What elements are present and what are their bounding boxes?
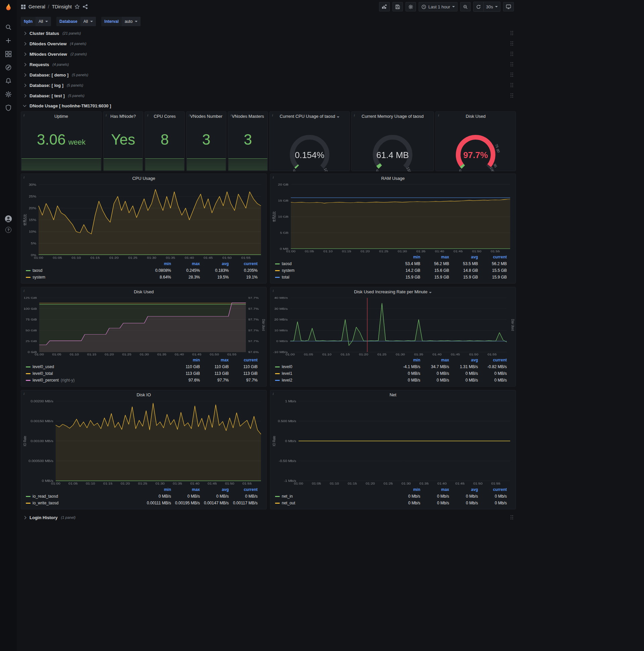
legend-column-max[interactable]: max	[420, 358, 449, 363]
net-chart[interactable]	[272, 399, 514, 486]
legend-series-label[interactable]: system	[26, 275, 142, 280]
refresh-interval-dropdown[interactable]: 30s	[483, 2, 500, 11]
panel-info-icon[interactable]: i	[189, 113, 190, 117]
row-drag-handle[interactable]	[510, 62, 514, 67]
legend-series-label[interactable]: level0_percent (right-y)	[26, 378, 171, 382]
save-dashboard-button[interactable]	[392, 2, 403, 11]
legend-column-current[interactable]: current	[229, 487, 258, 492]
legend-column-avg[interactable]: avg	[449, 358, 478, 363]
cycle-view-button[interactable]	[503, 2, 514, 11]
panel-info-icon[interactable]: i	[24, 392, 25, 396]
grafana-logo[interactable]	[0, 0, 17, 15]
panel-info-icon[interactable]: i	[230, 113, 231, 117]
legend-series-label[interactable]: level1	[275, 371, 391, 376]
panel-title[interactable]: Disk IO	[21, 390, 266, 399]
legend-column-min[interactable]: min	[391, 487, 420, 492]
zoom-out-button[interactable]	[460, 2, 471, 11]
help-button[interactable]: ?	[0, 227, 17, 233]
panel-title[interactable]: Uptime	[21, 112, 101, 121]
panel-info-icon[interactable]: i	[24, 288, 25, 292]
legend-column-max[interactable]: max	[200, 358, 229, 363]
legend-column-avg[interactable]: avg	[449, 255, 478, 259]
dashboard-row-collapsed[interactable]: Database: [ test ] (5 panels)	[21, 91, 517, 100]
disk-rate-chart[interactable]	[272, 296, 514, 357]
legend-series-label[interactable]: io_write_taosd	[26, 501, 142, 505]
dashboards-icon[interactable]	[2, 50, 14, 58]
dashboard-row-collapsed[interactable]: MNodes Overview (2 panels)	[21, 49, 517, 59]
disk-io-chart[interactable]	[23, 399, 265, 486]
legend-column-min[interactable]: min	[171, 358, 200, 363]
legend-series-label[interactable]: level0	[275, 365, 391, 369]
legend-series-label[interactable]: level0_used	[26, 365, 171, 369]
panel-title[interactable]: Disk Used	[21, 287, 266, 296]
panel-info-icon[interactable]: i	[273, 175, 274, 179]
legend-column-min[interactable]: min	[142, 487, 171, 492]
legend-column-min[interactable]: min	[391, 358, 420, 363]
dashboard-row-expanded[interactable]: DNode Usage [ huolinhe-TM1701:6030 ]	[21, 101, 517, 111]
panel-title[interactable]: VNodes Number	[187, 112, 226, 121]
panel-title[interactable]: CPU Cores	[145, 112, 185, 121]
legend-column-current[interactable]: current	[229, 358, 258, 363]
legend-column-min[interactable]: min	[391, 255, 420, 259]
legend-series-label[interactable]: taosd	[275, 261, 391, 266]
disk-used-chart[interactable]	[23, 296, 265, 357]
legend-column-avg[interactable]: avg	[449, 487, 478, 492]
panel-info-icon[interactable]: i	[273, 288, 274, 292]
ram-usage-chart[interactable]	[272, 183, 514, 254]
breadcrumb-section[interactable]: General	[29, 4, 45, 9]
panel-title[interactable]: Current CPU Usage of taosd	[270, 112, 350, 121]
panel-info-icon[interactable]: i	[354, 113, 355, 117]
legend-series-label[interactable]: net_out	[275, 501, 391, 505]
panel-title[interactable]: Current Memory Usage of taosd	[352, 112, 434, 121]
dashboard-row-collapsed[interactable]: Database: [ demo ] (5 panels)	[21, 70, 517, 80]
panel-info-icon[interactable]: i	[273, 392, 274, 396]
variable-value-dropdown[interactable]: All	[80, 17, 96, 26]
panel-info-icon[interactable]: i	[24, 113, 25, 117]
row-drag-handle[interactable]	[510, 83, 514, 88]
panel-info-icon[interactable]: i	[147, 113, 148, 117]
dashboard-row-collapsed[interactable]: Cluster Status (21 panels)	[21, 29, 517, 38]
legend-series-label[interactable]: taosd	[26, 268, 142, 273]
row-drag-handle[interactable]	[510, 72, 514, 78]
legend-column-max[interactable]: max	[420, 487, 449, 492]
legend-series-label[interactable]: io_read_taosd	[26, 494, 142, 499]
row-drag-handle[interactable]	[510, 51, 514, 57]
legend-column-max[interactable]: max	[420, 255, 449, 259]
star-icon[interactable]	[74, 4, 80, 9]
legend-series-label[interactable]: net_in	[275, 494, 391, 499]
legend-column-max[interactable]: max	[171, 487, 200, 492]
legend-column-current[interactable]: current	[478, 255, 507, 259]
panel-title[interactable]: Disk Used	[436, 112, 516, 121]
legend-column-current[interactable]: current	[478, 487, 507, 492]
row-drag-handle[interactable]	[510, 515, 514, 520]
panel-title[interactable]: RAM Usage	[270, 174, 516, 183]
user-avatar[interactable]	[0, 215, 17, 222]
add-icon[interactable]	[2, 36, 14, 45]
panel-info-icon[interactable]: i	[438, 113, 439, 117]
share-icon[interactable]	[83, 4, 88, 9]
panel-title[interactable]: CPU Usage	[21, 174, 266, 183]
panel-title[interactable]: Has MNode?	[103, 112, 143, 121]
variable-value-dropdown[interactable]: auto	[122, 17, 140, 26]
dashboard-row-collapsed[interactable]: DNodes Overview (4 panels)	[21, 39, 517, 48]
variable-value-dropdown[interactable]: All	[36, 17, 51, 26]
cpu-usage-chart[interactable]	[23, 183, 265, 260]
add-panel-button[interactable]	[379, 2, 390, 11]
row-drag-handle[interactable]	[510, 31, 514, 36]
dashboard-grid-icon[interactable]	[21, 4, 26, 9]
legend-series-label[interactable]: level2	[275, 378, 391, 382]
legend-column-current[interactable]: current	[229, 261, 258, 266]
dashboard-row-collapsed[interactable]: Requests (4 panels)	[21, 60, 517, 69]
legend-column-min[interactable]: min	[142, 261, 171, 266]
alerting-bell-icon[interactable]	[2, 76, 14, 85]
panel-info-icon[interactable]: i	[272, 113, 273, 117]
panel-title[interactable]: Net	[270, 390, 516, 399]
configuration-gear-icon[interactable]	[2, 90, 14, 99]
server-admin-shield-icon[interactable]	[2, 103, 14, 112]
panel-info-icon[interactable]: i	[106, 113, 107, 117]
time-range-picker[interactable]: Last 1 hour	[419, 2, 457, 11]
legend-column-avg[interactable]: avg	[200, 487, 229, 492]
legend-column-current[interactable]: current	[478, 358, 507, 363]
legend-column-avg[interactable]: avg	[200, 261, 229, 266]
panel-title[interactable]: VNodes Masters	[228, 112, 268, 121]
